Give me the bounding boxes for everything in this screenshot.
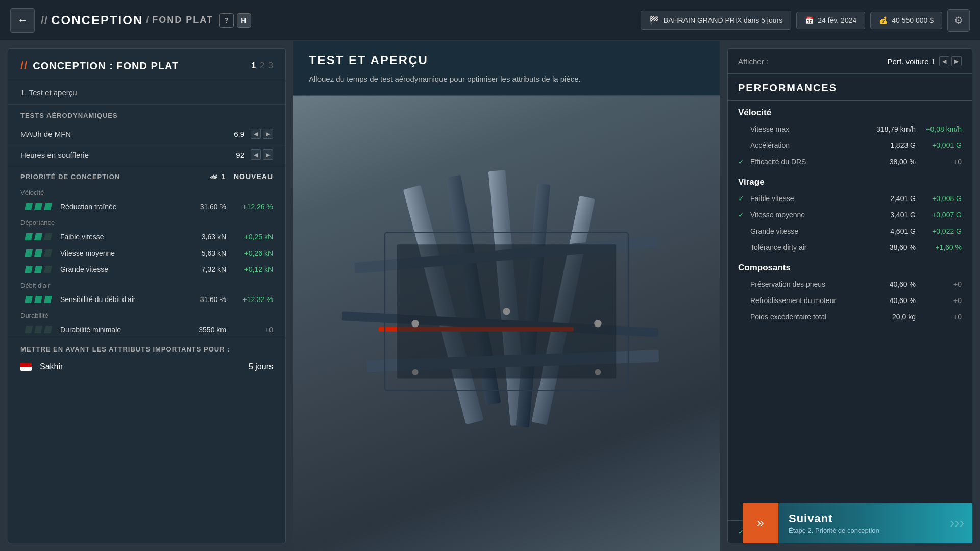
- test-header: TEST ET APERÇU Allouez du temps de test …: [293, 41, 720, 96]
- nav-right: 🏁 BAHRAIN GRAND PRIX dans 5 jours 📅 24 f…: [641, 9, 970, 32]
- settings-button[interactable]: ⚙: [947, 9, 970, 32]
- heures-increase[interactable]: ▶: [263, 149, 273, 160]
- poids-val: 20,0 kg: [860, 313, 916, 321]
- important-label: METTRE EN AVANT LES ATTRIBUTS IMPORTANTS…: [8, 338, 285, 357]
- priority-car: 🏎 1: [210, 172, 226, 181]
- mau-value: 6,9: [234, 130, 244, 138]
- moteur-label: Refroidissement du moteur: [748, 296, 860, 305]
- vitesse-category: Vélocité: [728, 101, 972, 121]
- bar-s3: [44, 296, 52, 303]
- moyenne-bar: [24, 249, 55, 257]
- back-icon: ←: [17, 14, 28, 26]
- step-3[interactable]: 3: [268, 61, 273, 70]
- faible-label: Faible vitesse: [60, 233, 190, 241]
- drs-check: ✓: [738, 158, 748, 166]
- main-content: // CONCEPTION : FOND PLAT 1 2 3 1. Test …: [0, 41, 980, 551]
- moyenne-v-val: 3,401 G: [860, 211, 916, 219]
- back-button[interactable]: ←: [10, 8, 35, 33]
- durabilite-row: Durabilité minimale 3550 km +0: [8, 321, 285, 338]
- help-icon: ?: [224, 16, 229, 24]
- display-row: Afficher : Perf. voiture 1 ◀ ▶: [728, 49, 972, 74]
- breadcrumb-sub: FOND PLAT: [152, 15, 213, 26]
- moyenne-v-check: ✓: [738, 211, 748, 219]
- mau-decrease[interactable]: ◀: [251, 129, 261, 139]
- sensibilite-label: Sensibilité du débit d'air: [60, 295, 190, 304]
- left-panel-body: 1. Test et aperçu TESTS AÉRODYNAMIQUES M…: [8, 81, 285, 543]
- accel-label: Accélération: [748, 141, 860, 149]
- durabilite-label: Durabilité minimale: [60, 325, 190, 334]
- car-bg-scene: [293, 96, 720, 552]
- help-button[interactable]: ?: [219, 13, 234, 28]
- moyenne-value: 5,63 kN: [190, 249, 226, 257]
- heures-row: Heures en soufflerie 92 ◀ ▶: [8, 144, 285, 165]
- durabilite-value: 3550 km: [190, 325, 226, 334]
- drs-val: 38,00 %: [860, 158, 916, 166]
- grande-label: Grande vitesse: [60, 265, 190, 273]
- race-days: 5 jours: [249, 362, 273, 371]
- step-2[interactable]: 2: [260, 61, 264, 70]
- bar-f3: [44, 233, 52, 240]
- afficher-label: Afficher :: [738, 57, 888, 66]
- breadcrumb-slash2: /: [146, 15, 149, 26]
- left-bottom: METTRE EN AVANT LES ATTRIBUTS IMPORTANTS…: [8, 338, 285, 380]
- test-description: Allouez du temps de test aérodynamique p…: [309, 73, 704, 85]
- step-1[interactable]: 1: [251, 61, 256, 70]
- display-next[interactable]: ▶: [951, 56, 962, 66]
- suivant-main-label: Suivant: [789, 512, 879, 525]
- aero-section-header: TESTS AÉRODYNAMIQUES: [8, 105, 285, 123]
- race-row: Sakhir 5 jours: [8, 357, 285, 380]
- step-item-1[interactable]: 1. Test et aperçu: [8, 81, 285, 105]
- durabilite-group-label: Durabilité: [8, 308, 285, 321]
- center-panel: TEST ET APERÇU Allouez du temps de test …: [293, 41, 720, 551]
- car-visualization: [293, 96, 720, 552]
- dirty-row: Tolérance dirty air 38,60 % +1,60 %: [728, 239, 972, 256]
- reduction-bonus: +12,26 %: [232, 203, 273, 211]
- vitesse-max-bonus: +0,08 km/h: [921, 125, 962, 133]
- bar-d2: [34, 326, 42, 333]
- mau-row: MAUh de MFN 6,9 ◀ ▶: [8, 123, 285, 144]
- keyboard-shortcut-button[interactable]: H: [237, 13, 251, 28]
- grande-v-val: 4,601 G: [860, 227, 916, 235]
- bar-m2: [34, 249, 42, 257]
- bar-g2: [34, 266, 42, 273]
- dirty-bonus: +1,60 %: [921, 243, 962, 252]
- suivant-button[interactable]: » Suivant Étape 2. Priorité de conceptio…: [743, 503, 972, 543]
- faible-v-check: ✓: [738, 194, 748, 203]
- bar-g3: [44, 266, 52, 273]
- pneus-label: Préservation des pneus: [748, 280, 860, 288]
- dirty-label: Tolérance dirty air: [748, 243, 860, 252]
- money-icon: 💰: [879, 16, 888, 24]
- poids-row: Poids excédentaire total 20,0 kg +0: [728, 309, 972, 325]
- poids-label: Poids excédentaire total: [748, 313, 860, 321]
- title-text: CONCEPTION : FOND PLAT: [33, 60, 179, 72]
- svg-point-12: [503, 308, 510, 315]
- pneus-val: 40,60 %: [860, 280, 916, 288]
- moteur-row: Refroidissement du moteur 40,60 % +0: [728, 292, 972, 309]
- settings-icon: ⚙: [954, 14, 963, 27]
- date-pill: 📅 24 fév. 2024: [796, 12, 865, 29]
- top-navigation: ← // CONCEPTION / FOND PLAT ? H 🏁 BAHRAI…: [0, 0, 980, 41]
- race-flag: [20, 363, 32, 371]
- display-arrows: ◀ ▶: [939, 56, 962, 66]
- heures-decrease[interactable]: ◀: [251, 149, 261, 160]
- svg-point-14: [412, 369, 419, 375]
- left-panel-header: // CONCEPTION : FOND PLAT 1 2 3: [8, 49, 285, 81]
- bar-s1: [24, 296, 33, 303]
- faible-v-row: ✓ Faible vitesse 2,401 G +0,008 G: [728, 190, 972, 207]
- bar-m3: [44, 249, 52, 257]
- car-icon: 🏎: [210, 172, 218, 181]
- bar-f2: [34, 233, 42, 240]
- mau-increase[interactable]: ▶: [263, 129, 273, 139]
- keyboard-icon: H: [241, 16, 247, 24]
- suivant-sub-label: Étape 2. Priorité de conception: [789, 527, 879, 534]
- suivant-arrow-box: »: [743, 503, 778, 543]
- display-prev[interactable]: ◀: [939, 56, 949, 66]
- breadcrumb-main: CONCEPTION: [51, 13, 143, 28]
- faible-bonus: +0,25 kN: [232, 233, 273, 241]
- debit-group-label: Débit d'air: [8, 278, 285, 291]
- left-panel: // CONCEPTION : FOND PLAT 1 2 3 1. Test …: [8, 48, 286, 543]
- faible-row: Faible vitesse 3,63 kN +0,25 kN: [8, 229, 285, 245]
- sensibilite-bar: [24, 296, 55, 303]
- svg-point-13: [594, 320, 601, 327]
- right-panel: Afficher : Perf. voiture 1 ◀ ▶ PERFORMAN…: [727, 48, 972, 543]
